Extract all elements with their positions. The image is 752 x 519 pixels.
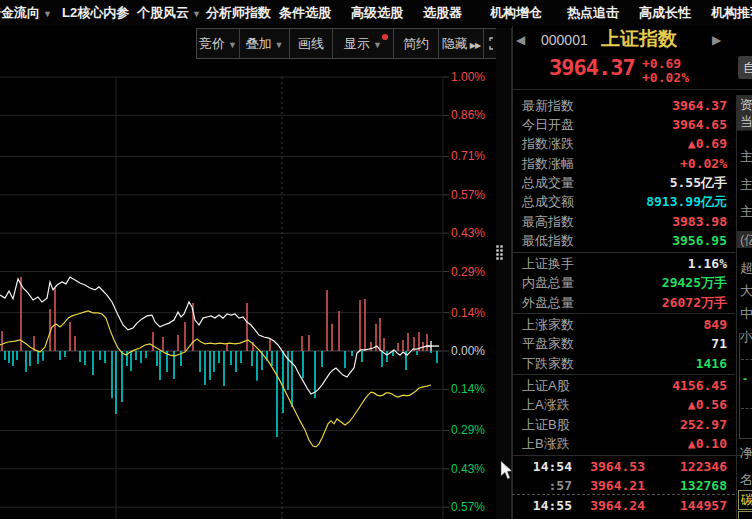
money-flow-label: 主 bbox=[740, 148, 752, 165]
stat-row: 最低指数3956.95 bbox=[512, 231, 735, 250]
toolbar-button[interactable]: 叠加▼ bbox=[239, 29, 289, 58]
stat-row: 总成交额8913.99亿元 bbox=[512, 192, 735, 211]
stat-value: 4156.45 bbox=[672, 376, 727, 395]
tick-time: :57 bbox=[522, 476, 572, 495]
tick-volume: 122346 bbox=[645, 457, 727, 476]
splitter-grip-icon[interactable] bbox=[497, 246, 498, 247]
notification-dot-icon bbox=[382, 34, 388, 40]
prev-stock-arrow-icon[interactable]: ◀ bbox=[516, 31, 525, 49]
divider bbox=[512, 313, 735, 314]
stat-row: 上涨家数849 bbox=[512, 315, 735, 334]
stat-row: 最新指数3964.37 bbox=[512, 96, 735, 115]
menu-item[interactable]: L2核心内参 bbox=[62, 0, 129, 26]
trading-terminal-window: 资金流向▼L2核心内参个股风云▼分析师指数条件选股高级选股选股器机构增仓热点追击… bbox=[0, 0, 752, 519]
divider bbox=[736, 95, 737, 519]
chevron-down-icon: ▼ bbox=[373, 40, 382, 50]
y-axis-label: 0.00% bbox=[451, 344, 485, 358]
y-axis-label: 0.57% bbox=[451, 500, 485, 514]
mini-flow-chart: - bbox=[739, 333, 752, 439]
stat-label: 上涨家数 bbox=[522, 315, 574, 334]
last-price: 3964.37 bbox=[549, 55, 635, 80]
mini-chart-value: - bbox=[743, 372, 747, 386]
stat-value: 5.55亿手 bbox=[670, 173, 727, 192]
stat-label: 最新指数 bbox=[522, 96, 574, 115]
stat-value: ▲0.10 bbox=[688, 434, 727, 453]
stat-value: 3964.37 bbox=[672, 96, 727, 115]
menu-item[interactable]: 热点追击 bbox=[567, 0, 619, 26]
tick-row: :573964.21132768 bbox=[512, 476, 735, 495]
menu-item[interactable]: 分析师指数 bbox=[206, 0, 271, 26]
stat-row: 最高指数3983.98 bbox=[512, 212, 735, 231]
panel-splitter[interactable] bbox=[496, 28, 512, 519]
stat-row: 上证B股252.97 bbox=[512, 415, 735, 434]
tick-volume: 132768 bbox=[645, 476, 727, 495]
divider bbox=[512, 374, 735, 375]
stat-value: ▲0.69 bbox=[688, 134, 727, 153]
stat-value: 1.16% bbox=[688, 254, 727, 273]
stat-row: 今日开盘3964.65 bbox=[512, 115, 735, 134]
toolbar-button-label: 竞价 bbox=[199, 36, 225, 51]
y-axis-label: 1.00% bbox=[451, 70, 485, 84]
stat-label: 上A涨跌 bbox=[522, 395, 570, 414]
stat-value: 849 bbox=[704, 315, 727, 334]
menu-item[interactable]: 机构推荐 bbox=[711, 0, 752, 26]
stat-value: 3983.98 bbox=[672, 212, 727, 231]
add-favorite-button[interactable]: 自 bbox=[738, 56, 752, 79]
money-flow-tab[interactable]: 当 bbox=[740, 113, 752, 130]
stat-row: 上证A股4156.45 bbox=[512, 376, 735, 395]
tick-price: 3964.24 bbox=[572, 496, 645, 515]
y-axis-label: 0.14% bbox=[451, 306, 485, 320]
stat-label: 上证换手 bbox=[522, 254, 574, 273]
tick-price: 3963.91 bbox=[572, 515, 645, 519]
money-flow-label: 主 bbox=[740, 176, 752, 193]
intraday-chart[interactable]: 1.00%0.86%0.71%0.57%0.43%0.29%0.14%0.00%… bbox=[0, 60, 503, 519]
tick-time: 14:55 bbox=[522, 496, 572, 515]
toolbar-button[interactable]: 显示▼ bbox=[332, 29, 393, 58]
money-flow-label: 中 bbox=[740, 305, 752, 322]
stat-label: 上证A股 bbox=[522, 376, 570, 395]
money-flow-label: 超 bbox=[740, 259, 752, 276]
menu-item[interactable]: 机构增仓 bbox=[490, 0, 542, 26]
toolbar-button[interactable]: 隐藏▶▶ bbox=[438, 29, 483, 58]
tick-row: 14:553964.24144957 bbox=[512, 496, 735, 515]
divider bbox=[512, 89, 752, 90]
stat-label: 外盘总量 bbox=[522, 293, 574, 312]
menu-item[interactable]: 高级选股 bbox=[351, 0, 403, 26]
top-menu-bar: 资金流向▼L2核心内参个股风云▼分析师指数条件选股高级选股选股器机构增仓热点追击… bbox=[0, 0, 752, 26]
money-flow-tab[interactable]: 资 bbox=[740, 96, 752, 113]
money-flow-label: (亿 bbox=[737, 231, 752, 248]
stock-code: 000001 bbox=[541, 31, 588, 49]
toolbar-button-label: 隐藏 bbox=[442, 36, 468, 51]
stat-row: 指数涨幅+0.02% bbox=[512, 154, 735, 173]
stat-value: 71 bbox=[711, 334, 727, 353]
hot-sector-item[interactable]: 碳 bbox=[738, 490, 752, 510]
menu-item[interactable]: 选股器 bbox=[423, 0, 462, 26]
next-stock-arrow-icon[interactable]: ▶ bbox=[712, 31, 721, 49]
divider bbox=[512, 455, 752, 456]
stat-row: 指数涨跌▲0.69 bbox=[512, 134, 735, 153]
tick-volume: 144957 bbox=[645, 496, 727, 515]
money-flow-label: 净 bbox=[740, 444, 752, 461]
stat-row: 上B涨跌▲0.10 bbox=[512, 434, 735, 453]
menu-item[interactable]: 资金流向▼ bbox=[0, 0, 52, 26]
tick-time: 14:54 bbox=[522, 457, 572, 476]
y-axis-label: 0.43% bbox=[451, 226, 485, 240]
y-axis-label: 0.43% bbox=[451, 462, 485, 476]
stat-row: 平盘家数71 bbox=[512, 334, 735, 353]
chevron-down-icon: ▼ bbox=[275, 40, 284, 50]
menu-item[interactable]: 个股风云▼ bbox=[137, 0, 201, 26]
menu-item[interactable]: 高成长性 bbox=[639, 0, 691, 26]
stat-value: 3964.65 bbox=[672, 115, 727, 134]
tick-price: 3964.21 bbox=[572, 476, 645, 495]
chevron-down-icon: ▼ bbox=[228, 40, 237, 50]
money-flow-label: 大 bbox=[740, 282, 752, 299]
toolbar-button[interactable]: 竞价▼ bbox=[197, 29, 239, 58]
stat-value: 8913.99亿元 bbox=[646, 192, 727, 211]
stat-row: 上A涨跌▲0.56 bbox=[512, 395, 735, 414]
y-axis-label: 0.71% bbox=[451, 149, 485, 163]
hot-sector-item[interactable] bbox=[738, 511, 752, 519]
toolbar-button[interactable]: 简约 bbox=[393, 29, 438, 58]
toolbar-button[interactable]: 画线 bbox=[289, 29, 332, 58]
toolbar-button-label: 叠加 bbox=[246, 36, 272, 51]
menu-item[interactable]: 条件选股 bbox=[279, 0, 331, 26]
